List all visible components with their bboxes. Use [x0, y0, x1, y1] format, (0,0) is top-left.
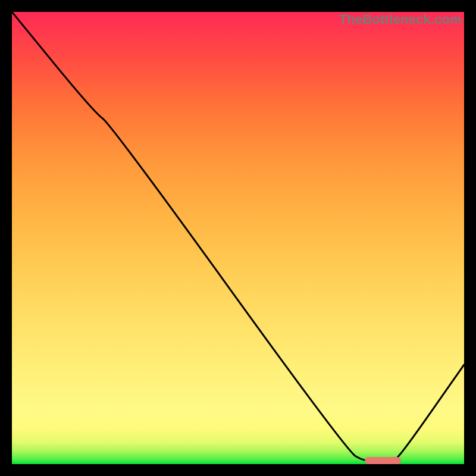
plot-area: TheBottleneck.com	[12, 12, 464, 464]
chart-frame: TheBottleneck.com	[0, 0, 476, 476]
bottleneck-curve	[12, 12, 464, 464]
optimal-marker	[365, 457, 401, 464]
